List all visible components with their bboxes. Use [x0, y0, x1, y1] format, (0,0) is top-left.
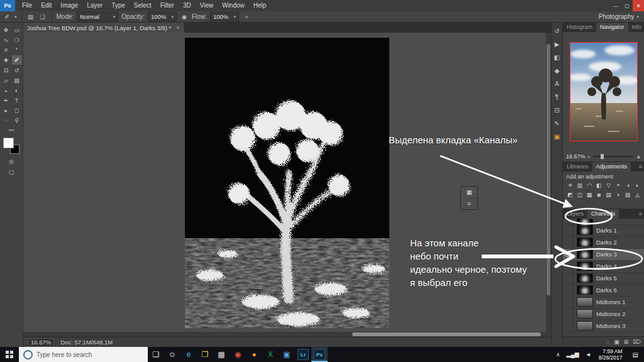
taskbar-clock[interactable]: 7:59 AM 8/26/2017 [594, 348, 627, 361]
app-file-explorer[interactable]: ❐ [197, 347, 213, 362]
visibility-toggle[interactable] [563, 261, 574, 272]
menu-item[interactable]: Help [249, 0, 271, 11]
eraser-tool[interactable]: ▱ [1, 75, 11, 85]
channel-midtones-3[interactable]: Midtones 3 [563, 321, 644, 332]
dock-paragraph-icon[interactable]: ¶ [552, 92, 562, 101]
lasso-tool[interactable]: ∿ [1, 35, 11, 45]
adj-posterize-icon[interactable]: ▤ [604, 190, 613, 199]
tab-libraries[interactable]: Libraries [563, 162, 592, 172]
adj-black-white-icon[interactable]: ◐ [633, 181, 642, 189]
menu-item[interactable]: Image [56, 0, 82, 11]
adj-color-lookup-icon[interactable]: ▦ [585, 190, 594, 199]
scrollbar-thumb[interactable] [547, 44, 550, 295]
float-menu-icon[interactable]: ≡ [461, 198, 477, 210]
zoom-in-icon[interactable]: ▲ [636, 153, 641, 160]
channel-midtones-2[interactable]: Midtones 2 [563, 309, 644, 321]
adj-gradient-map-icon[interactable]: ▧ [623, 190, 633, 199]
screen-mode-button[interactable]: ▢ [0, 169, 23, 175]
airbrush-icon[interactable]: ≈ [242, 13, 251, 21]
app-excel[interactable]: X [262, 347, 279, 362]
dock-styles-icon[interactable]: ◧ [552, 53, 562, 62]
save-selection-icon[interactable]: ▣ [614, 339, 619, 345]
visibility-toggle[interactable] [563, 285, 574, 296]
task-view-button[interactable]: ❏ [148, 347, 164, 362]
adj-color-balance-icon[interactable]: ◑ [623, 181, 633, 189]
quick-mask-button[interactable]: ◎ [0, 158, 23, 165]
menu-item[interactable]: Window [218, 0, 249, 11]
dock-history-icon[interactable]: ↺ [552, 26, 562, 35]
minimize-button[interactable]: — [610, 0, 621, 11]
healing-brush-tool[interactable]: ✚ [1, 55, 11, 65]
flow-select[interactable]: 100%▾ [210, 12, 239, 21]
workspace-switcher[interactable]: Photography▾ [599, 13, 639, 20]
app-store[interactable]: ▦ [213, 347, 230, 362]
dock-libraries-icon[interactable]: ▣ [552, 132, 562, 141]
app-photos[interactable]: ▣ [279, 347, 295, 362]
visibility-toggle[interactable] [563, 249, 574, 260]
zoom-slider[interactable] [592, 156, 633, 157]
blur-tool[interactable]: ◒ [1, 85, 11, 95]
dock-clone-source-icon[interactable]: ⊟ [552, 106, 562, 114]
menu-item[interactable]: Layer [82, 0, 107, 11]
menu-item[interactable]: 3D [179, 0, 196, 11]
blend-mode-select[interactable]: Normal▾ [77, 12, 118, 21]
brush-panel-toggle-icon[interactable]: ❏ [38, 13, 47, 21]
tray-chevron-icon[interactable]: ∧ [553, 351, 564, 358]
adj-curves-icon[interactable]: ◠ [585, 181, 594, 189]
type-tool[interactable]: T [12, 96, 22, 105]
tab-navigator[interactable]: Navigator [596, 23, 628, 32]
navigator-zoom-value[interactable]: 16.67% [566, 153, 586, 160]
app-edge[interactable]: e [180, 347, 197, 362]
visibility-toggle[interactable] [563, 297, 574, 308]
tray-volume-icon[interactable]: ◄ [582, 351, 594, 358]
menu-item[interactable]: Edit [36, 0, 56, 11]
maximize-button[interactable]: ▢ [621, 0, 633, 11]
marquee-tool[interactable]: ▭ [12, 25, 22, 35]
close-button[interactable]: ✕ [633, 0, 644, 11]
hand-tool[interactable]: ☜ [1, 116, 11, 125]
document-canvas[interactable] [185, 38, 389, 328]
adj-threshold-icon[interactable]: ◗ [613, 190, 623, 199]
edit-toolbar-button[interactable]: ••• [0, 127, 23, 133]
visibility-toggle[interactable] [563, 273, 574, 284]
channel-row-clipped[interactable] [563, 219, 644, 225]
adj-channel-mixer-icon[interactable]: ◫ [575, 190, 584, 199]
taskbar-search[interactable]: Type here to search [19, 347, 148, 362]
adj-hue-saturation-icon[interactable]: ◓ [613, 181, 623, 189]
close-tab-icon[interactable]: × [176, 25, 179, 31]
action-center-icon[interactable]: ▤ [627, 351, 644, 358]
vertical-scrollbar[interactable] [546, 33, 551, 332]
panel-menu-icon[interactable]: ≡ [636, 162, 644, 172]
menu-item[interactable]: File [18, 0, 36, 11]
history-brush-tool[interactable]: ↺ [12, 65, 22, 75]
load-selection-icon[interactable]: ◌ [606, 339, 609, 345]
tab-info[interactable]: Info [628, 23, 644, 32]
app-chrome[interactable]: ◉ [230, 347, 246, 362]
tray-network-icon[interactable]: ▂▄▆ [564, 351, 582, 358]
canvas-area[interactable] [23, 33, 551, 332]
channel-darks-1[interactable]: Darks 1 [563, 225, 644, 237]
app-lightroom[interactable]: Lr [295, 347, 311, 362]
adj-brightness-contrast-icon[interactable]: ☀ [565, 181, 575, 189]
delete-channel-icon[interactable]: ⌦ [633, 339, 641, 345]
tab-histogram[interactable]: Histogram [563, 23, 596, 32]
visibility-toggle[interactable] [563, 309, 574, 320]
tab-adjustments[interactable]: Adjustments [592, 162, 631, 172]
adj-selective-color-icon[interactable]: ◬ [633, 190, 642, 199]
foreground-color-swatch[interactable] [3, 138, 14, 148]
visibility-toggle[interactable] [563, 219, 574, 224]
app-firefox[interactable]: ● [246, 347, 262, 362]
horizontal-scrollbar[interactable] [23, 332, 551, 337]
adj-photo-filter-icon[interactable]: ◩ [565, 190, 575, 199]
zoom-tool[interactable]: ⚲ [12, 116, 22, 125]
shape-tool[interactable]: ◻ [12, 106, 22, 115]
zoom-slider-thumb[interactable] [601, 154, 604, 159]
eyedropper-tool[interactable]: ❜ [12, 45, 22, 55]
dodge-tool[interactable]: ◐ [12, 85, 22, 95]
dock-notes-icon[interactable]: ✎ [552, 119, 562, 128]
crop-tool[interactable]: # [1, 45, 11, 55]
app-people[interactable]: ☺ [164, 347, 180, 362]
menu-item[interactable]: View [196, 0, 218, 11]
channel-midtones-1[interactable]: Midtones 1 [563, 297, 644, 309]
dock-actions-icon[interactable]: ▶ [552, 40, 562, 48]
